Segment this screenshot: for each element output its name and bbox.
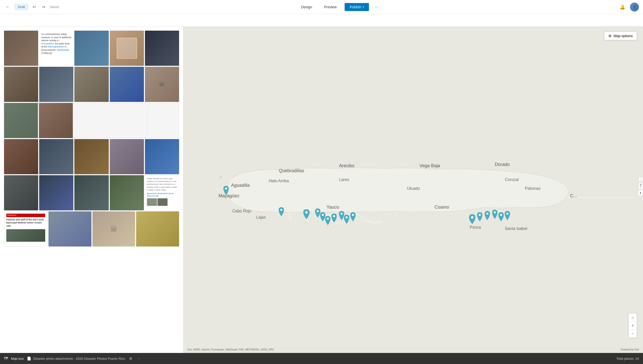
media-row: As a precautionary safety measure, in ca… <box>4 31 179 66</box>
map-tour-icon: 🗺 <box>4 356 8 361</box>
avatar-button[interactable]: 👤 <box>630 3 639 12</box>
text-snippet: BREAKING Patients and staff of the San L… <box>4 212 47 246</box>
map-attribution: Esri, HERE, Garmin, Foursquare, SafeGrap… <box>187 348 274 351</box>
saved-status: Saved <box>50 5 59 9</box>
svg-text:Corozal: Corozal <box>505 177 519 182</box>
svg-point-26 <box>341 213 343 215</box>
svg-text:Hato Arriba: Hato Arriba <box>269 179 289 183</box>
svg-point-28 <box>352 214 354 216</box>
media-item[interactable] <box>110 67 144 102</box>
svg-point-34 <box>506 213 508 215</box>
avatar: 👤 <box>630 3 639 12</box>
media-item[interactable] <box>145 139 179 174</box>
back-button[interactable]: ← <box>4 3 12 11</box>
media-item[interactable] <box>74 139 109 174</box>
svg-point-31 <box>486 213 488 215</box>
svg-text:Mayagüez: Mayagüez <box>219 193 239 198</box>
svg-text:Dorado: Dorado <box>495 162 510 167</box>
media-item[interactable] <box>74 31 109 66</box>
svg-point-27 <box>346 216 348 218</box>
map-home-button[interactable]: ⌂ <box>629 314 637 322</box>
media-item[interactable]: 🏛 <box>145 67 179 102</box>
media-item[interactable] <box>110 175 144 210</box>
draft-badge[interactable]: Draft <box>15 4 28 10</box>
topbar: ← Draft ↩ ↪ Saved Design Preview Publish… <box>0 0 643 14</box>
svg-point-25 <box>333 215 335 217</box>
media-item[interactable] <box>145 31 179 66</box>
media-item[interactable]: BREAKING Patients and staff of the San L… <box>4 211 47 247</box>
svg-text:Aguadilla: Aguadilla <box>231 183 250 188</box>
media-item[interactable]: 🏛 <box>92 211 135 247</box>
story-overflow-button[interactable]: ··· <box>136 355 141 361</box>
map-zoom-out-button[interactable]: − <box>629 330 637 338</box>
media-item[interactable] <box>109 103 144 138</box>
media-item[interactable] <box>4 103 38 138</box>
svg-text:Cabo Rojo: Cabo Rojo <box>232 209 251 213</box>
preview-button[interactable]: Preview <box>320 3 341 11</box>
media-item[interactable] <box>48 211 91 247</box>
media-item[interactable]: As a precautionary safety measure, in ca… <box>39 31 73 66</box>
media-grid: As a precautionary safety measure, in ca… <box>0 27 183 252</box>
svg-text:Arecibo: Arecibo <box>339 163 354 168</box>
media-item[interactable]: Santa Teceda en Ponce ayer exploto un tr… <box>145 175 179 210</box>
media-item[interactable] <box>39 103 73 138</box>
topbar-center: Design Preview Publish ▾ ··· <box>297 3 380 11</box>
media-item[interactable] <box>145 103 179 138</box>
svg-text:Lajas: Lajas <box>256 215 266 219</box>
svg-point-30 <box>479 214 481 216</box>
topbar-right: 🔔 👤 <box>618 3 639 12</box>
media-item[interactable] <box>4 31 38 66</box>
svg-point-19 <box>225 188 227 190</box>
map-svg: Aguadilla Quebradillas Arecibo Vega Baja… <box>183 27 643 353</box>
media-row: BREAKING Patients and staff of the San L… <box>4 211 179 247</box>
media-item[interactable] <box>74 67 109 102</box>
banner <box>0 14 643 27</box>
map-tour-label: Map tour <box>11 357 24 360</box>
media-row <box>4 103 179 138</box>
map-options-button[interactable]: ⚙ Map options <box>604 32 637 40</box>
media-item[interactable] <box>74 103 108 138</box>
svg-point-23 <box>322 214 324 216</box>
bottombar: 🗺 Map tour 📄 Disaster photo attachments … <box>0 353 643 364</box>
svg-text:Palomas: Palomas <box>525 186 541 191</box>
story-label: Disaster photo attachments - 2020 Disast… <box>33 357 125 360</box>
notification-button[interactable]: 🔔 <box>618 3 627 12</box>
media-item[interactable] <box>39 139 73 174</box>
svg-point-35 <box>220 176 222 178</box>
undo-button[interactable]: ↩ <box>31 3 37 11</box>
redo-button[interactable]: ↪ <box>40 3 47 11</box>
svg-text:Utuado: Utuado <box>407 186 420 191</box>
media-row <box>4 139 179 174</box>
story-icon: 📄 <box>27 356 31 360</box>
media-item[interactable] <box>136 211 179 247</box>
publish-button[interactable]: Publish ▾ <box>345 3 369 11</box>
svg-text:Coamo: Coamo <box>435 205 449 210</box>
back-icon: ← <box>6 4 10 9</box>
media-item[interactable] <box>4 139 38 174</box>
media-item[interactable] <box>74 175 109 210</box>
publish-chevron-icon: ▾ <box>363 6 364 8</box>
main-content: As a precautionary safety measure, in ca… <box>0 27 643 353</box>
total-places: Total places: 24 <box>616 357 639 360</box>
media-item[interactable] <box>4 175 38 210</box>
text-snippet: As a precautionary safety measure, in ca… <box>39 31 73 66</box>
media-item[interactable] <box>110 139 144 174</box>
media-item[interactable] <box>4 67 38 102</box>
media-row: 🏛 <box>4 67 179 102</box>
media-row: Santa Teceda en Ponce ayer exploto un tr… <box>4 175 179 210</box>
notification-icon: 🔔 <box>620 4 625 10</box>
more-button[interactable]: ··· <box>373 3 380 11</box>
svg-text:Lares: Lares <box>339 177 349 182</box>
map-scroll-down[interactable]: ⬇ <box>638 190 643 196</box>
map-zoom-in-button[interactable]: + <box>629 322 637 330</box>
svg-point-24 <box>327 218 329 220</box>
map-background[interactable]: Aguadilla Quebradillas Arecibo Vega Baja… <box>183 27 643 353</box>
story-settings-button[interactable]: ⚙ <box>128 355 133 361</box>
gear-icon: ⚙ <box>608 34 612 38</box>
bottombar-left: 🗺 Map tour 📄 Disaster photo attachments … <box>4 355 141 361</box>
media-item[interactable] <box>39 175 73 210</box>
svg-point-21 <box>305 211 308 214</box>
media-item[interactable] <box>39 67 73 102</box>
design-button[interactable]: Design <box>297 3 316 11</box>
media-item[interactable] <box>110 31 144 66</box>
